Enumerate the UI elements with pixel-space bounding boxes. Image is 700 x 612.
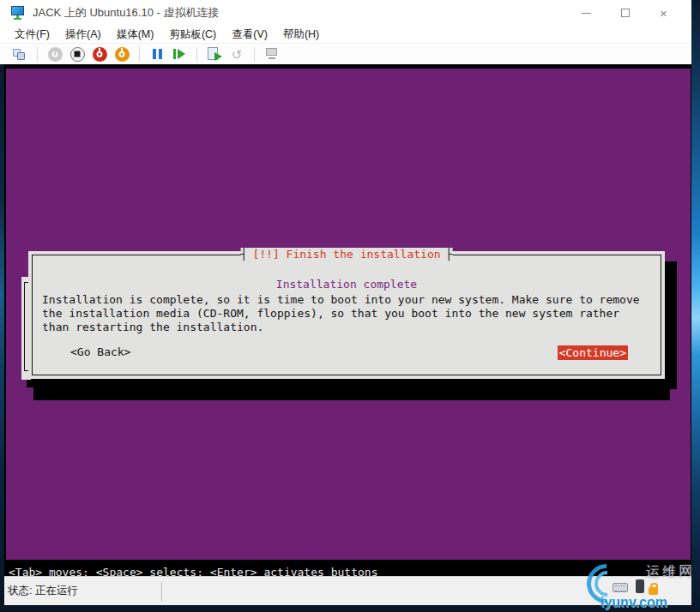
toolbar: ↺ bbox=[0, 44, 691, 64]
watermark-domain: iyunv.com bbox=[600, 595, 667, 610]
close-icon: × bbox=[660, 7, 667, 20]
toolbar-separator bbox=[139, 47, 140, 62]
start-vm-icon[interactable] bbox=[47, 46, 63, 62]
continue-button[interactable]: <Continue> bbox=[558, 345, 628, 360]
installer-dialog: ┤[!!] Finish the installation├ Installat… bbox=[28, 251, 665, 379]
pause-vm-icon[interactable] bbox=[149, 46, 165, 62]
turn-off-vm-icon[interactable] bbox=[69, 46, 85, 62]
menu-item-media[interactable]: 媒体(M) bbox=[109, 27, 162, 42]
screenshot-root: JACK 上的 Ubuntu16.10 - 虚拟机连接 × 文件(F) 操作(A… bbox=[0, 0, 700, 612]
window-controls: × bbox=[567, 0, 683, 26]
menu-item-help[interactable]: 帮助(H) bbox=[275, 27, 327, 42]
dialog-body-line: than restarting the installation. bbox=[42, 321, 640, 334]
vm-monitor-icon bbox=[9, 6, 27, 20]
menu-item-clipboard[interactable]: 剪贴板(C) bbox=[161, 27, 224, 42]
dialog-heading: Installation complete bbox=[33, 278, 661, 291]
menu-item-action[interactable]: 操作(A) bbox=[57, 27, 109, 42]
window-title: JACK 上的 Ubuntu16.10 - 虚拟机连接 bbox=[33, 5, 219, 21]
dialog-title-tick-left: ┤ bbox=[241, 248, 248, 261]
desktop-edge-left bbox=[0, 64, 4, 612]
toolbar-separator bbox=[37, 47, 38, 62]
vmconnect-window: JACK 上的 Ubuntu16.10 - 虚拟机连接 × 文件(F) 操作(A… bbox=[0, 0, 691, 605]
dialog-title: ┤[!!] Finish the installation├ bbox=[241, 248, 453, 261]
menu-item-view[interactable]: 查看(V) bbox=[224, 27, 275, 42]
resume-vm-icon[interactable] bbox=[172, 46, 187, 62]
keyboard-icon bbox=[612, 583, 628, 592]
save-vm-icon[interactable] bbox=[114, 46, 130, 62]
dialog-body-line: Installation is complete, so it is time … bbox=[42, 293, 640, 307]
status-bar-separator bbox=[161, 582, 162, 601]
ubuntu-installer-screen: ┤[!!] Finish the installation├ Installat… bbox=[6, 69, 691, 560]
close-button[interactable]: × bbox=[644, 0, 683, 26]
dialog-body-text: Installation is complete, so it is time … bbox=[42, 293, 640, 334]
toolbar-separator bbox=[254, 47, 255, 62]
maximize-button[interactable] bbox=[606, 0, 644, 26]
dialog-title-tick-right: ├ bbox=[446, 248, 453, 261]
menu-bar: 文件(F) 操作(A) 媒体(M) 剪贴板(C) 查看(V) 帮助(H) bbox=[0, 26, 691, 44]
dialog-body-line: the installation media (CD-ROM, floppies… bbox=[42, 307, 640, 321]
revert-icon[interactable]: ↺ bbox=[229, 46, 244, 62]
shut-down-vm-icon[interactable] bbox=[92, 46, 107, 62]
watermark-site-name: 运维网 bbox=[646, 563, 695, 581]
lock-icon bbox=[649, 587, 658, 595]
dialog-title-text: [!!] Finish the installation bbox=[247, 248, 445, 261]
phone-icon bbox=[636, 579, 644, 593]
toolbar-separator bbox=[196, 47, 197, 62]
maximize-icon bbox=[621, 9, 630, 17]
go-back-button[interactable]: <Go Back> bbox=[70, 345, 130, 358]
iyunv-watermark: 运维网 iyunv.com bbox=[582, 561, 698, 612]
checkpoint-icon[interactable] bbox=[207, 46, 222, 62]
vm-status-text: 状态: 正在运行 bbox=[0, 584, 78, 598]
vm-display-area[interactable]: ┤[!!] Finish the installation├ Installat… bbox=[0, 64, 691, 576]
installer-dialog-frame: ┤[!!] Finish the installation├ Installat… bbox=[32, 255, 661, 375]
enhanced-session-icon[interactable] bbox=[264, 46, 280, 62]
menu-item-file[interactable]: 文件(F) bbox=[7, 27, 57, 42]
desktop-edge-right bbox=[691, 0, 700, 612]
minimize-icon bbox=[582, 13, 591, 14]
ctrl-alt-del-icon[interactable] bbox=[12, 46, 27, 62]
title-bar: JACK 上的 Ubuntu16.10 - 虚拟机连接 × bbox=[0, 0, 691, 26]
minimize-button[interactable] bbox=[567, 0, 606, 26]
